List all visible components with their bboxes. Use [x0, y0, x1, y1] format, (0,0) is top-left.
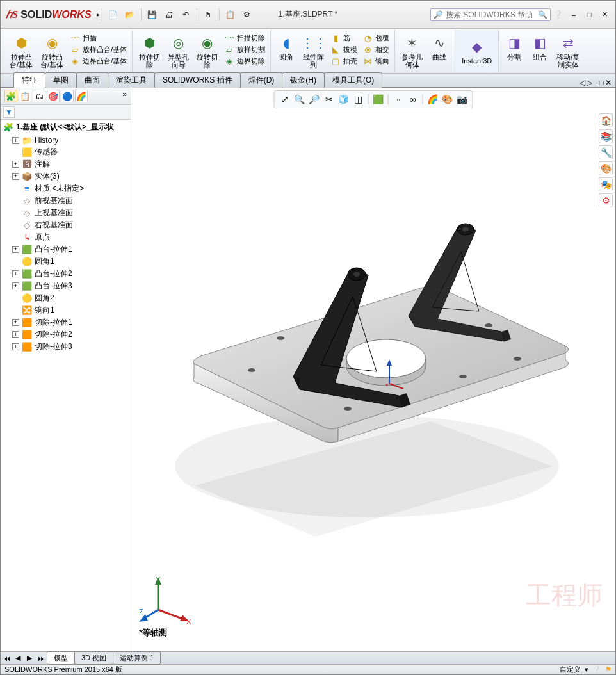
tab-addins[interactable]: SOLIDWORKS 插件	[154, 72, 241, 88]
tab-prev-icon[interactable]: ◀	[12, 653, 24, 663]
tab-first-icon[interactable]: ⏮	[1, 653, 12, 663]
tab-features[interactable]: 特征	[13, 72, 45, 88]
doc-next-icon[interactable]: ▷	[587, 78, 592, 87]
tree-item[interactable]: +📁History	[1, 134, 131, 146]
wrap-button[interactable]: ◔包覆	[361, 33, 391, 44]
panel-expand-icon[interactable]: »	[122, 90, 127, 102]
appearance-tab[interactable]: 🌈	[75, 90, 88, 102]
status-custom[interactable]: 自定义	[560, 665, 581, 674]
tab-sketch[interactable]: 草图	[45, 72, 77, 88]
status-help-icon[interactable]: ❔	[592, 665, 601, 674]
file-explorer-icon[interactable]: 🔧	[599, 145, 613, 159]
feature-tree[interactable]: 🧩 1.基座 (默认<<默认>_显示状 +📁History🟨传感器+🅰注解+📦实…	[1, 120, 131, 651]
render-icon[interactable]: 🎨	[441, 93, 454, 106]
expand-icon[interactable]: +	[12, 173, 19, 180]
search-input[interactable]	[446, 10, 535, 19]
tree-item[interactable]: +🟧切除-拉伸3	[1, 341, 131, 353]
tree-item[interactable]: 🟡圆角1	[1, 256, 131, 268]
extrude-cut-button[interactable]: ⬢拉伸切 除	[136, 33, 163, 70]
appearances-icon[interactable]: 🎭	[599, 177, 613, 191]
tab-motion[interactable]: 运动算例 1	[113, 651, 161, 665]
tree-item[interactable]: +🟩凸台-拉伸2	[1, 268, 131, 280]
orientation-triad[interactable]: Y X Z	[139, 574, 197, 626]
status-dropdown-icon[interactable]: ▾	[585, 665, 588, 674]
minimize-button[interactable]: –	[567, 9, 581, 20]
doc-max-icon[interactable]: □	[599, 78, 604, 87]
zoom-fit-icon[interactable]: ⤢	[279, 93, 291, 106]
display-manager-tab[interactable]: 🔵	[61, 90, 74, 102]
tree-item[interactable]: +🅰注解	[1, 158, 131, 170]
tree-item[interactable]: ≡材质 <未指定>	[1, 183, 131, 195]
display-style-icon[interactable]: ◫	[352, 93, 365, 106]
apply-scene-icon[interactable]: ∞	[407, 93, 419, 106]
custom-props-icon[interactable]: ⚙	[599, 193, 613, 207]
tab-render[interactable]: 渲染工具	[108, 72, 155, 88]
expand-icon[interactable]: +	[12, 319, 19, 326]
dimxpert-tab[interactable]: 🎯	[47, 90, 60, 102]
resources-icon[interactable]: 🏠	[599, 113, 613, 127]
doc-min-icon[interactable]: –	[594, 78, 598, 87]
save-button[interactable]: 💾	[145, 7, 160, 22]
view-settings-icon[interactable]: 🌈	[426, 93, 439, 106]
tab-weldments[interactable]: 焊件(D)	[240, 72, 283, 88]
doc-close-icon[interactable]: ✕	[605, 78, 612, 87]
view-palette-icon[interactable]: 🎨	[599, 161, 613, 175]
combine-button[interactable]: ◧组合	[528, 33, 551, 70]
boundary-button[interactable]: ◈边界凸台/基体	[69, 56, 128, 67]
camera-icon[interactable]: 📷	[456, 93, 469, 106]
tree-item[interactable]: ◇上视基准面	[1, 207, 131, 219]
tree-item[interactable]: +🟧切除-拉伸2	[1, 329, 131, 341]
tree-item[interactable]: +📦实体(3)	[1, 170, 131, 183]
curve-button[interactable]: ∿曲线	[428, 33, 451, 70]
help-search[interactable]: 🔎 🔍	[430, 8, 551, 21]
search-go-icon[interactable]: 🔍	[538, 10, 547, 19]
options-button[interactable]: ⚙	[239, 7, 255, 22]
instant3d-button[interactable]: ◆Instant3D	[459, 37, 494, 66]
fillet-button[interactable]: ◖圆角	[275, 33, 298, 70]
split-button[interactable]: ◨分割	[503, 33, 526, 70]
tree-root[interactable]: 🧩 1.基座 (默认<<默认>_显示状	[1, 120, 131, 134]
revolve-cut-button[interactable]: ◉旋转切 除	[194, 33, 220, 70]
intersect-button[interactable]: ⊗相交	[361, 44, 391, 56]
maximize-button[interactable]: □	[582, 9, 596, 20]
rib-button[interactable]: ▮筋	[329, 33, 359, 44]
tree-item[interactable]: 🔀镜向1	[1, 304, 131, 316]
expand-icon[interactable]: +	[12, 161, 19, 168]
close-button[interactable]: ✕	[597, 9, 612, 20]
mirror-button[interactable]: ⋈镜向	[361, 56, 391, 67]
status-flag-icon[interactable]: ⚑	[605, 665, 612, 674]
hole-wizard-button[interactable]: ◎异型孔 向导	[165, 33, 191, 70]
revolve-boss-button[interactable]: ◉旋转凸 台/基体	[38, 33, 66, 70]
tab-sheetmetal[interactable]: 钣金(H)	[282, 72, 325, 88]
tree-item[interactable]: 🟡圆角2	[1, 292, 131, 304]
filter-icon[interactable]: ▼	[3, 106, 15, 118]
open-button[interactable]: 📂	[122, 7, 138, 22]
hide-show-icon[interactable]: 🟩	[372, 93, 385, 106]
select-button[interactable]: 🖱	[200, 7, 216, 22]
zoom-area-icon[interactable]: 🔍	[293, 93, 306, 106]
edit-appearance-icon[interactable]: ▫	[392, 93, 405, 106]
tree-item[interactable]: ◇右视基准面	[1, 219, 131, 231]
tree-item[interactable]: +🟩凸台-拉伸1	[1, 243, 131, 256]
sweep-cut-button[interactable]: 〰扫描切除	[223, 33, 266, 44]
tree-item[interactable]: ◇前视基准面	[1, 195, 131, 207]
tab-surface[interactable]: 曲面	[76, 72, 108, 88]
graphics-viewport[interactable]: ⤢ 🔍 🔎 ✂ 🧊 ◫ 🟩 ▫ ∞ 🌈 🎨 📷 🏠 📚 🔧 🎨 🎭 ⚙	[131, 88, 615, 651]
shell-button[interactable]: ▢抽壳	[329, 56, 359, 67]
tree-item[interactable]: 🟨传感器	[1, 146, 131, 158]
tree-item[interactable]: +🟩凸台-拉伸3	[1, 280, 131, 292]
move-copy-button[interactable]: ⇄移动/复 制实体	[554, 33, 582, 70]
tree-item[interactable]: +🟧切除-拉伸1	[1, 316, 131, 329]
expand-icon[interactable]: +	[12, 282, 19, 289]
new-button[interactable]: 📄	[106, 7, 121, 22]
loft-cut-button[interactable]: ▱放样切割	[223, 44, 266, 56]
sweep-button[interactable]: 〰扫描	[69, 33, 128, 44]
help-button[interactable]: ❔	[553, 10, 563, 19]
loft-button[interactable]: ▱放样凸台/基体	[69, 44, 128, 56]
tab-model[interactable]: 模型	[47, 651, 75, 665]
draft-button[interactable]: ◣拔模	[329, 44, 359, 56]
tab-next-icon[interactable]: ▶	[24, 653, 35, 663]
boundary-cut-button[interactable]: ◈边界切除	[223, 56, 266, 67]
design-library-icon[interactable]: 📚	[599, 129, 613, 143]
print-button[interactable]: 🖨	[161, 7, 177, 22]
